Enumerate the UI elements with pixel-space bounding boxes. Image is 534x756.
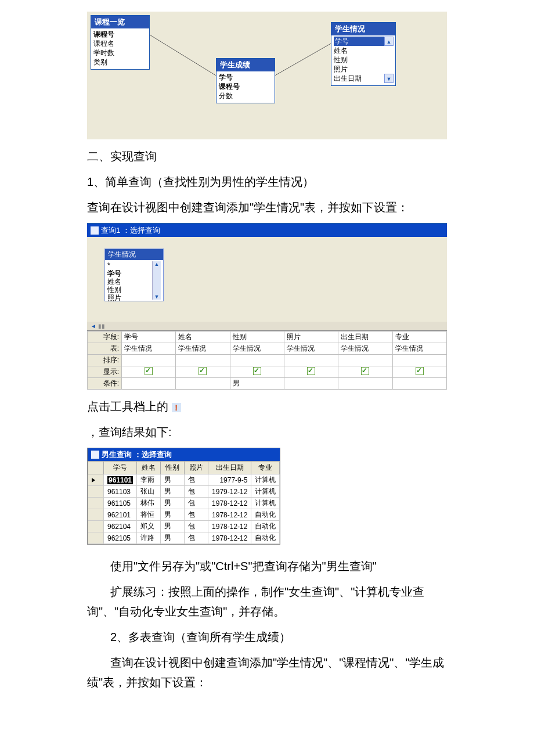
cell-field-5[interactable]: 专业 [392,332,446,343]
window-icon [91,451,99,459]
row-selector[interactable] [88,474,104,486]
cell-table-3[interactable]: 学生情况 [284,343,338,355]
cell[interactable]: 计算机 [251,474,280,486]
design-field-photo[interactable]: 照片 [107,294,152,302]
cell[interactable]: 李雨 [137,474,161,486]
table-courses[interactable]: 课程一览 课程号 课程名 学时数 类别 [91,15,150,70]
cell-field-0[interactable]: 学号 [122,332,176,343]
field-photo: 照片 [334,64,384,74]
rowhdr-show: 显示: [88,366,122,378]
result-header-2[interactable]: 性别 [161,462,185,474]
query-design-grid[interactable]: 字段: 学号 姓名 性别 照片 出生日期 专业 表: 学生情况 学生情况 学生情… [87,330,447,390]
table-row: 961103张山男包1979-12-12计算机 [88,486,280,498]
design-hscrollbar[interactable]: ◄ ▮▮ [87,322,447,330]
field-hours: 学时数 [93,48,147,57]
cell-field-1[interactable]: 姓名 [176,332,230,343]
cell[interactable]: 961101 [104,474,137,486]
design-field-sno[interactable]: 学号 [107,269,152,278]
design-table-title: 学生情况 [105,249,163,260]
cell-field-4[interactable]: 出生日期 [338,332,392,343]
result-header-5[interactable]: 专业 [251,462,280,474]
design-field-star[interactable]: * [107,261,152,269]
query-design-window: 查询1 ：选择查询 学生情况 * 学号 姓名 性别 照片 ▲ ▼ [87,223,447,390]
result-header-3[interactable]: 照片 [185,462,208,474]
svg-line-1 [270,44,331,78]
cell-cond-3[interactable] [284,378,338,390]
rowhdr-sort: 排序: [88,355,122,366]
run-button-icon[interactable]: ! [172,403,181,412]
scroll-up-icon[interactable]: ▲ [384,37,394,46]
table-row: 962105许路男包1978-12-12自动化 [88,532,280,544]
cell-cond-2[interactable]: 男 [230,378,284,390]
p6: 扩展练习：按照上面的操作，制作"女生查询"、"计算机专业查询"、"自动化专业女生… [87,582,447,621]
cell-table-2[interactable]: 学生情况 [230,343,284,355]
checkbox-icon[interactable] [253,367,261,375]
field-birth: 出生日期 [334,74,384,83]
scroll-down-icon[interactable]: ▼ [384,74,394,83]
result-header-1[interactable]: 姓名 [137,462,161,474]
result-header-0[interactable]: 学号 [104,462,137,474]
field-score: 分数 [219,91,272,100]
cell-cond-0[interactable] [122,378,176,390]
design-table-students[interactable]: 学生情况 * 学号 姓名 性别 照片 ▲ ▼ [104,249,164,301]
checkbox-icon[interactable] [145,367,153,375]
cell[interactable]: 1977-9-5 [208,474,251,486]
checkbox-icon[interactable] [416,367,424,375]
table-scores[interactable]: 学生成绩 学号 课程号 分数 [216,58,275,103]
result-corner [88,462,104,474]
scroll-up-icon[interactable]: ▲ [154,261,160,267]
grid-row-show: 显示: [88,366,447,378]
p7: 2、多表查询（查询所有学生成绩） [87,627,447,647]
query-design-title: 查询1 ：选择查询 [101,225,160,236]
field-sno: 学号 [219,73,272,82]
query-design-titlebar[interactable]: 查询1 ：选择查询 [87,224,447,237]
grid-row-sort: 排序: [88,355,447,366]
rowhdr-field: 字段: [88,332,122,343]
cell-table-1[interactable]: 学生情况 [176,343,230,355]
result-titlebar[interactable]: 男生查询 ：选择查询 [88,448,280,461]
cell-cond-1[interactable] [176,378,230,390]
result-datasheet[interactable]: 学号 姓名 性别 照片 出生日期 专业 961101 李雨 男 包 1977-9… [88,461,280,544]
cell[interactable]: 包 [185,474,208,486]
query-design-upper: 学生情况 * 学号 姓名 性别 照片 ▲ ▼ [87,237,447,322]
design-field-name[interactable]: 姓名 [107,278,152,286]
cell-field-2[interactable]: 性别 [230,332,284,343]
relationship-diagram: 课程一览 课程号 课程名 学时数 类别 学生成绩 学号 课程号 分数 学生情况 … [87,12,447,139]
cell[interactable]: 男 [161,474,185,486]
result-header-4[interactable]: 出生日期 [208,462,251,474]
p2: 查询在设计视图中创建查询添加"学生情况"表，并按如下设置： [87,197,447,217]
cell-table-0[interactable]: 学生情况 [122,343,176,355]
checkbox-icon[interactable] [361,367,369,375]
field-name: 姓名 [334,46,384,55]
cell-table-5[interactable]: 学生情况 [392,343,446,355]
table-scores-body: 学号 课程号 分数 [217,71,275,103]
scroll-track[interactable]: ▮▮ [98,323,105,329]
table-students-title: 学生情况 [331,23,395,35]
p4: ，查询结果如下: [87,422,447,442]
row-pointer-icon [92,478,95,483]
design-scrollbar[interactable]: ▲ ▼ [152,261,161,300]
design-field-sex[interactable]: 性别 [107,286,152,294]
cell-cond-5[interactable] [392,378,446,390]
table-row: 962101将恒男包1978-12-12自动化 [88,509,280,521]
cell-field-3[interactable]: 照片 [284,332,338,343]
grid-row-field: 字段: 学号 姓名 性别 照片 出生日期 专业 [88,332,447,343]
scroll-down-icon[interactable]: ▼ [154,294,160,300]
field-coursename: 课程名 [93,39,147,48]
svg-line-0 [150,35,221,78]
scroll-left-icon[interactable]: ◄ [91,323,96,329]
table-scores-title: 学生成绩 [217,59,275,71]
field-category: 类别 [93,57,147,67]
p5: 使用"文件另存为"或"Ctrl+S"把查询存储为"男生查询" [87,556,447,576]
p1: 1、简单查询（查找性别为男性的学生情况） [87,172,447,192]
table-students[interactable]: 学生情况 学号 姓名 性别 照片 出生日期 ▲ ▼ [331,22,396,86]
checkbox-icon[interactable] [307,367,315,375]
field-cno: 课程号 [219,82,272,91]
query-result-window: 男生查询 ：选择查询 学号 姓名 性别 照片 出生日期 专业 961101 李雨… [87,448,280,545]
p8: 查询在设计视图中创建查询添加"学生情况"、"课程情况"、"学生成绩"表，并按如下… [87,653,447,692]
cell-table-4[interactable]: 学生情况 [338,343,392,355]
rowhdr-cond: 条件: [88,378,122,390]
cell-cond-4[interactable] [338,378,392,390]
checkbox-icon[interactable] [199,367,207,375]
table-courses-title: 课程一览 [91,16,149,28]
